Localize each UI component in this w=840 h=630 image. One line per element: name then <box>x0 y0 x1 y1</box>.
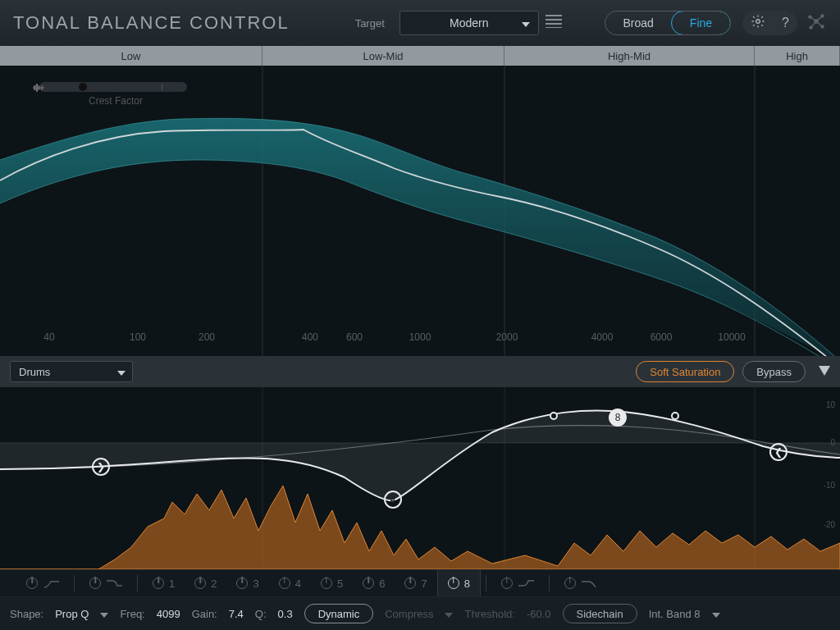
eq-display[interactable]: 10 0 -10 -20 ❯ ❮ 4 8 <box>0 387 840 569</box>
band-6[interactable]: 6 <box>353 570 395 596</box>
highshelf-shape-icon <box>518 578 534 588</box>
freq-tick: 400 <box>302 331 318 343</box>
dynamic-button[interactable]: Dynamic <box>304 604 374 623</box>
band-lowcut[interactable] <box>16 570 69 596</box>
power-icon <box>321 578 332 589</box>
band-selector: 12345678 <box>0 569 840 597</box>
db-tick: -10 <box>824 481 835 490</box>
help-icon[interactable]: ? <box>774 16 797 30</box>
slider-tick <box>162 84 162 90</box>
band-highshelf[interactable] <box>491 570 544 596</box>
chevron-down-icon[interactable] <box>712 608 720 620</box>
freq-tick: 200 <box>199 331 215 343</box>
power-icon <box>153 578 164 589</box>
shape-value[interactable]: Prop Q <box>55 608 89 620</box>
band-8[interactable]: 8 <box>437 570 481 596</box>
threshold-label: Threshold: <box>464 608 514 620</box>
band-number: 5 <box>337 578 343 590</box>
band-7[interactable]: 7 <box>395 570 436 596</box>
eq-edge-left[interactable]: ❯ <box>92 458 110 476</box>
compress-label[interactable]: Compress <box>385 608 433 620</box>
freq-tick: 2000 <box>496 331 518 343</box>
freq-tick: 1000 <box>409 331 431 343</box>
view-fine-button[interactable]: Fine <box>671 11 731 35</box>
util-buttons: ? <box>742 11 797 35</box>
band-3[interactable]: 3 <box>226 570 268 596</box>
power-icon <box>89 578 101 589</box>
chevron-down-icon[interactable] <box>100 608 108 620</box>
eq-edge-right[interactable]: ❮ <box>769 443 788 461</box>
expand-triangle-icon[interactable] <box>819 364 830 379</box>
view-broad-button[interactable]: Broad <box>605 11 672 34</box>
logo-icon[interactable] <box>806 11 827 35</box>
eq-chart <box>0 387 840 569</box>
bypass-button[interactable]: Bypass <box>742 361 806 382</box>
band-5[interactable]: 5 <box>311 570 353 596</box>
band-number: 4 <box>295 578 301 590</box>
shape-label: Shape: <box>10 608 43 620</box>
db-tick: -20 <box>824 520 835 529</box>
crest-factor-control <box>33 82 194 92</box>
intband-label[interactable]: Int. Band 8 <box>649 608 701 620</box>
target-value: Modern <box>450 16 488 30</box>
list-icon[interactable] <box>546 15 562 31</box>
power-icon <box>279 578 290 589</box>
band-lowshelf[interactable] <box>80 570 132 596</box>
freq-tick: 600 <box>346 331 363 343</box>
band-2[interactable]: 2 <box>185 570 226 596</box>
freq-tick: 100 <box>130 331 146 343</box>
freq-label: Freq: <box>120 608 144 620</box>
power-icon <box>501 578 513 589</box>
spectrum-chart <box>0 66 840 356</box>
freq-tick: 10000 <box>718 331 745 343</box>
power-icon <box>236 578 248 589</box>
band-label-highmid: High-Mid <box>504 46 755 66</box>
soft-saturation-button[interactable]: Soft Saturation <box>636 361 734 382</box>
power-icon <box>564 578 576 589</box>
lowcut-shape-icon <box>43 578 59 588</box>
freq-value[interactable]: 4099 <box>157 608 180 620</box>
band-number: 3 <box>253 578 258 590</box>
band-number: 6 <box>379 578 385 590</box>
view-toggle: Broad Fine <box>605 11 732 35</box>
threshold-value[interactable]: -60.0 <box>527 608 551 620</box>
sidechain-button[interactable]: Sidechain <box>563 604 637 623</box>
eq-node-8[interactable]: 8 <box>609 409 627 427</box>
header: TONAL BALANCE CONTROL Target Modern Broa… <box>0 0 840 46</box>
db-tick: 0 <box>830 438 835 447</box>
power-icon <box>448 578 459 589</box>
crest-factor-slider[interactable] <box>39 82 187 92</box>
gear-icon[interactable] <box>742 14 774 32</box>
q-label: Q: <box>255 608 267 620</box>
eq-node-4[interactable]: 4 <box>384 491 402 509</box>
target-select[interactable]: Modern <box>399 11 539 35</box>
band-number: 2 <box>211 578 217 590</box>
chevron-down-icon <box>445 608 453 620</box>
app-title: TONAL BALANCE CONTROL <box>13 12 290 34</box>
slider-knob[interactable] <box>79 83 87 91</box>
gain-label: Gain: <box>192 608 217 620</box>
band-number: 7 <box>421 578 427 590</box>
track-value: Drums <box>19 366 50 378</box>
bands-header: Low Low-Mid High-Mid High <box>0 46 840 66</box>
freq-tick: 40 <box>43 331 54 343</box>
freq-tick: 4000 <box>591 331 614 343</box>
band-label-low: Low <box>0 46 262 66</box>
eq-node-8-handle-left[interactable] <box>550 412 558 420</box>
band-label-lowmid: Low-Mid <box>262 46 504 66</box>
band-highcut[interactable] <box>555 570 607 596</box>
band-number: 1 <box>169 578 175 590</box>
power-icon <box>26 578 38 589</box>
chevron-down-icon <box>522 16 530 30</box>
track-select[interactable]: Drums <box>10 361 133 382</box>
power-icon <box>194 578 206 589</box>
q-value[interactable]: 0.3 <box>278 608 293 620</box>
gain-value[interactable]: 7.4 <box>229 608 244 620</box>
band-1[interactable]: 1 <box>143 570 185 596</box>
eq-node-8-handle-right[interactable] <box>671 412 679 420</box>
band-4[interactable]: 4 <box>269 570 311 596</box>
parameter-bar: Shape: Prop Q Freq: 4099 Gain: 7.4 Q: 0.… <box>0 597 840 630</box>
lowshelf-shape-icon <box>106 578 122 588</box>
band-number: 8 <box>464 578 470 590</box>
svg-point-0 <box>756 20 760 24</box>
